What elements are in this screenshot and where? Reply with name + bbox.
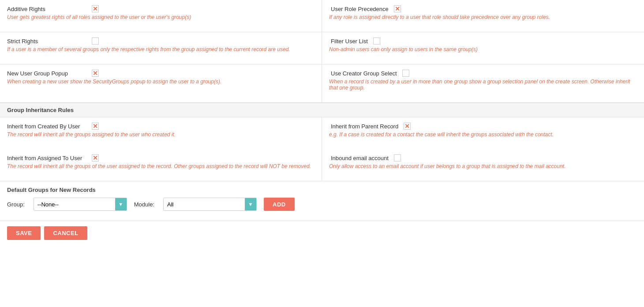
inherit-assigned-to-description: The record will inherit all the groups o… [7, 163, 315, 171]
new-user-group-popup-checkbox[interactable]: ✕ [92, 70, 99, 77]
inherit-parent-record-row: Inherit from Parent Record ✕ [329, 123, 637, 130]
inherit-parent-record-col: Inherit from Parent Record ✕ e.g. If a c… [322, 117, 644, 149]
filter-user-list-label: Filter User List [329, 38, 368, 45]
inherit-parent-record-checkbox[interactable]: ✕ [404, 123, 411, 130]
strict-rights-col: Strict Rights If a user is a member of s… [0, 32, 322, 64]
group-select-arrow[interactable]: ▼ [115, 198, 127, 210]
row-newusergroup-creatorgroupselect: New User Group Popup ✕ When creating a n… [0, 64, 644, 103]
group-dropdown-icon: ▼ [118, 202, 123, 207]
cancel-button[interactable]: CANCEL [44, 226, 87, 240]
additive-rights-label: Additive Rights [7, 6, 86, 12]
inherit-created-by-col: Inherit from Created By User ✕ The recor… [0, 117, 322, 149]
save-button[interactable]: SAVE [7, 226, 41, 240]
page-container: Additive Rights ✕ User gets greatest rig… [0, 0, 644, 307]
additive-rights-checkbox[interactable]: ✕ [92, 5, 99, 12]
content-area: Additive Rights ✕ User gets greatest rig… [0, 0, 644, 245]
inheritance-row2: Inherit from Assigned To User ✕ The reco… [0, 149, 644, 181]
group-label: Group: [7, 201, 25, 208]
inbound-email-label: Inbound email account [329, 155, 389, 161]
additive-rights-x: ✕ [93, 6, 98, 12]
use-creator-group-select-col: Use Creator Group Select When a record i… [322, 64, 644, 102]
strict-rights-row: Strict Rights [7, 37, 315, 45]
group-select-input[interactable] [34, 198, 115, 210]
inherit-created-by-x: ✕ [93, 123, 98, 129]
footer-buttons: SAVE CANCEL [0, 221, 644, 245]
inherit-assigned-to-checkbox[interactable]: ✕ [92, 154, 99, 161]
inherit-created-by-description: The record will inherit all the groups a… [7, 131, 315, 139]
inbound-email-row: Inbound email account [329, 154, 637, 161]
new-user-group-popup-x: ✕ [93, 70, 98, 76]
inbound-email-col: Inbound email account Only allow access … [322, 149, 644, 181]
user-role-precedence-label: User Role Precedence [329, 6, 389, 12]
use-creator-group-select-row: Use Creator Group Select [329, 70, 637, 77]
strict-rights-checkbox[interactable] [92, 37, 99, 45]
default-groups-header: Default Groups for New Records [7, 187, 637, 193]
strict-rights-description: If a user is a member of several groups … [7, 46, 315, 54]
filter-user-list-checkbox[interactable] [373, 37, 380, 45]
inbound-email-checkbox[interactable] [394, 154, 401, 161]
module-dropdown-icon: ▼ [248, 202, 253, 207]
module-select-input[interactable] [164, 198, 245, 210]
new-user-group-popup-description: When creating a new user show the Securi… [7, 79, 315, 86]
user-role-precedence-checkbox[interactable]: ✕ [394, 5, 401, 12]
inheritance-section: Inherit from Created By User ✕ The recor… [0, 117, 644, 181]
default-groups-form-row: Group: ▼ Module: ▼ ADD [7, 198, 637, 211]
inherit-assigned-to-row: Inherit from Assigned To User ✕ [7, 154, 315, 161]
row-additive-userrole: Additive Rights ✕ User gets greatest rig… [0, 0, 644, 32]
module-select-arrow[interactable]: ▼ [245, 198, 256, 210]
inherit-parent-record-description: e.g. If a case is created for a contact … [329, 131, 637, 139]
group-select-wrapper: ▼ [34, 198, 127, 211]
inherit-created-by-checkbox[interactable]: ✕ [92, 123, 99, 130]
use-creator-group-select-label: Use Creator Group Select [329, 70, 397, 77]
inherit-parent-record-x: ✕ [404, 123, 410, 129]
filter-user-list-row: Filter User List [329, 37, 637, 45]
group-inheritance-label: Group Inheritance Rules [7, 107, 74, 113]
filter-user-list-description: Non-admin users can only assign to users… [329, 46, 637, 54]
inbound-email-description: Only allow access to an email account if… [329, 163, 637, 171]
additive-rights-col: Additive Rights ✕ User gets greatest rig… [0, 0, 322, 32]
inherit-parent-record-label: Inherit from Parent Record [329, 123, 398, 130]
default-groups-section: Default Groups for New Records Group: ▼ … [0, 181, 644, 221]
row-strict-filter: Strict Rights If a user is a member of s… [0, 32, 644, 64]
inherit-created-by-row: Inherit from Created By User ✕ [7, 123, 315, 130]
user-role-precedence-col: User Role Precedence ✕ If any role is as… [322, 0, 644, 32]
user-role-precedence-row: User Role Precedence ✕ [329, 5, 637, 12]
new-user-group-popup-row: New User Group Popup ✕ [7, 70, 315, 77]
inherit-assigned-to-x: ✕ [93, 155, 98, 161]
additive-rights-row: Additive Rights ✕ [7, 5, 315, 12]
new-user-group-popup-label: New User Group Popup [7, 70, 86, 77]
strict-rights-label: Strict Rights [7, 38, 86, 45]
use-creator-group-select-checkbox[interactable] [402, 70, 409, 77]
inherit-assigned-to-label: Inherit from Assigned To User [7, 155, 86, 161]
add-button[interactable]: ADD [264, 198, 295, 211]
group-inheritance-header: Group Inheritance Rules [0, 103, 644, 117]
inherit-created-by-label: Inherit from Created By User [7, 123, 86, 130]
module-label: Module: [134, 201, 154, 208]
module-select-wrapper: ▼ [163, 198, 257, 211]
new-user-group-popup-col: New User Group Popup ✕ When creating a n… [0, 64, 322, 102]
inheritance-row1: Inherit from Created By User ✕ The recor… [0, 117, 644, 149]
use-creator-group-select-description: When a record is created by a user in mo… [329, 79, 637, 93]
additive-rights-description: User gets greatest rights of all roles a… [7, 14, 315, 22]
filter-user-list-col: Filter User List Non-admin users can onl… [322, 32, 644, 64]
user-role-precedence-description: If any role is assigned directly to a us… [329, 14, 637, 22]
inherit-assigned-to-col: Inherit from Assigned To User ✕ The reco… [0, 149, 322, 181]
user-role-precedence-x: ✕ [395, 6, 400, 12]
